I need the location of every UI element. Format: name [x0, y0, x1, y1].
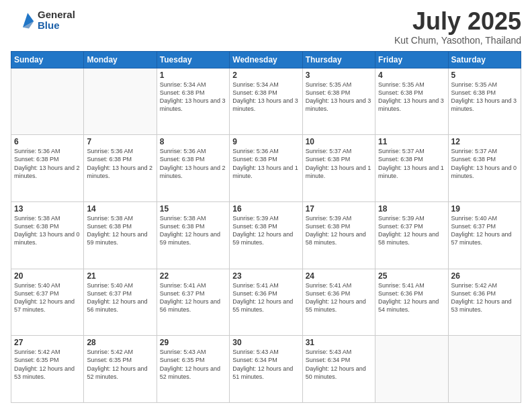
calendar-table: SundayMondayTuesdayWednesdayThursdayFrid…: [11, 51, 521, 403]
calendar-cell: 3Sunrise: 5:35 AM Sunset: 6:38 PM Daylig…: [302, 68, 375, 135]
day-info: Sunrise: 5:39 AM Sunset: 6:37 PM Dayligh…: [378, 214, 445, 247]
page: General Blue July 2025 Kut Chum, Yasotho…: [0, 0, 532, 411]
calendar-cell: 9Sunrise: 5:36 AM Sunset: 6:38 PM Daylig…: [230, 135, 302, 202]
day-number: 13: [14, 204, 81, 214]
calendar-week-2: 6Sunrise: 5:36 AM Sunset: 6:38 PM Daylig…: [11, 135, 521, 202]
day-info: Sunrise: 5:42 AM Sunset: 6:36 PM Dayligh…: [451, 281, 518, 314]
day-info: Sunrise: 5:41 AM Sunset: 6:36 PM Dayligh…: [378, 281, 445, 314]
day-info: Sunrise: 5:35 AM Sunset: 6:38 PM Dayligh…: [306, 81, 372, 113]
calendar-cell: 15Sunrise: 5:38 AM Sunset: 6:38 PM Dayli…: [157, 201, 229, 269]
day-number: 21: [87, 271, 153, 281]
calendar-header-row: SundayMondayTuesdayWednesdayThursdayFrid…: [11, 51, 521, 68]
calendar-cell: 13Sunrise: 5:38 AM Sunset: 6:38 PM Dayli…: [11, 201, 84, 269]
day-info: Sunrise: 5:38 AM Sunset: 6:38 PM Dayligh…: [14, 214, 81, 247]
calendar-cell: 8Sunrise: 5:36 AM Sunset: 6:38 PM Daylig…: [157, 135, 229, 202]
day-info: Sunrise: 5:36 AM Sunset: 6:38 PM Dayligh…: [14, 147, 81, 180]
day-info: Sunrise: 5:36 AM Sunset: 6:38 PM Dayligh…: [232, 147, 299, 180]
day-number: 14: [87, 204, 153, 214]
day-number: 25: [378, 271, 445, 281]
day-number: 4: [378, 71, 445, 80]
day-info: Sunrise: 5:43 AM Sunset: 6:35 PM Dayligh…: [160, 348, 226, 381]
day-number: 5: [451, 71, 518, 80]
calendar-cell: 12Sunrise: 5:37 AM Sunset: 6:38 PM Dayli…: [448, 135, 521, 202]
day-number: 9: [232, 137, 299, 146]
day-number: 19: [451, 204, 518, 214]
day-number: 6: [14, 137, 81, 146]
calendar-cell: 18Sunrise: 5:39 AM Sunset: 6:37 PM Dayli…: [375, 201, 448, 269]
day-info: Sunrise: 5:38 AM Sunset: 6:38 PM Dayligh…: [87, 214, 153, 247]
day-number: 7: [87, 137, 153, 146]
day-number: 12: [451, 137, 518, 146]
calendar-cell: 1Sunrise: 5:34 AM Sunset: 6:38 PM Daylig…: [157, 68, 229, 135]
subtitle: Kut Chum, Yasothon, Thailand: [394, 35, 521, 46]
calendar-week-1: 1Sunrise: 5:34 AM Sunset: 6:38 PM Daylig…: [11, 68, 521, 135]
day-number: 30: [232, 338, 299, 347]
day-number: 23: [232, 271, 299, 281]
day-number: 2: [232, 71, 299, 80]
calendar-header-thursday: Thursday: [302, 51, 375, 68]
day-number: 20: [14, 271, 81, 281]
logo-general: General: [38, 9, 75, 21]
calendar-cell: 11Sunrise: 5:37 AM Sunset: 6:38 PM Dayli…: [375, 135, 448, 202]
calendar-header-monday: Monday: [84, 51, 157, 68]
calendar-cell: [375, 336, 448, 403]
day-number: 31: [306, 338, 372, 347]
day-number: 3: [306, 71, 372, 80]
calendar-cell: 2Sunrise: 5:34 AM Sunset: 6:38 PM Daylig…: [230, 68, 302, 135]
day-info: Sunrise: 5:34 AM Sunset: 6:38 PM Dayligh…: [232, 81, 299, 113]
day-number: 16: [232, 204, 299, 214]
calendar-header-friday: Friday: [375, 51, 448, 68]
logo: General Blue: [11, 8, 75, 32]
day-info: Sunrise: 5:38 AM Sunset: 6:38 PM Dayligh…: [160, 214, 226, 247]
calendar-week-3: 13Sunrise: 5:38 AM Sunset: 6:38 PM Dayli…: [11, 201, 521, 269]
day-info: Sunrise: 5:40 AM Sunset: 6:37 PM Dayligh…: [451, 214, 518, 247]
main-title: July 2025: [394, 8, 521, 35]
day-number: 11: [378, 137, 445, 146]
day-number: 15: [160, 204, 226, 214]
day-number: 18: [378, 204, 445, 214]
calendar-cell: 10Sunrise: 5:37 AM Sunset: 6:38 PM Dayli…: [302, 135, 375, 202]
day-number: 29: [160, 338, 226, 347]
calendar-cell: 16Sunrise: 5:39 AM Sunset: 6:38 PM Dayli…: [230, 201, 302, 269]
day-info: Sunrise: 5:35 AM Sunset: 6:38 PM Dayligh…: [378, 81, 445, 113]
title-block: July 2025 Kut Chum, Yasothon, Thailand: [394, 8, 521, 46]
day-info: Sunrise: 5:43 AM Sunset: 6:34 PM Dayligh…: [232, 348, 299, 381]
calendar-cell: 31Sunrise: 5:43 AM Sunset: 6:34 PM Dayli…: [302, 336, 375, 403]
day-info: Sunrise: 5:41 AM Sunset: 6:36 PM Dayligh…: [232, 281, 299, 314]
day-info: Sunrise: 5:37 AM Sunset: 6:38 PM Dayligh…: [451, 147, 518, 180]
day-info: Sunrise: 5:39 AM Sunset: 6:38 PM Dayligh…: [232, 214, 299, 247]
calendar-cell: 14Sunrise: 5:38 AM Sunset: 6:38 PM Dayli…: [84, 201, 157, 269]
calendar-header-tuesday: Tuesday: [157, 51, 229, 68]
day-info: Sunrise: 5:34 AM Sunset: 6:38 PM Dayligh…: [160, 81, 226, 113]
day-info: Sunrise: 5:37 AM Sunset: 6:38 PM Dayligh…: [306, 147, 372, 180]
logo-blue: Blue: [38, 20, 75, 32]
day-number: 28: [87, 338, 153, 347]
calendar-week-4: 20Sunrise: 5:40 AM Sunset: 6:37 PM Dayli…: [11, 269, 521, 336]
calendar-cell: 27Sunrise: 5:42 AM Sunset: 6:35 PM Dayli…: [11, 336, 84, 403]
day-number: 17: [306, 204, 372, 214]
day-info: Sunrise: 5:43 AM Sunset: 6:34 PM Dayligh…: [306, 348, 372, 381]
day-number: 26: [451, 271, 518, 281]
day-info: Sunrise: 5:40 AM Sunset: 6:37 PM Dayligh…: [14, 281, 81, 314]
day-number: 24: [306, 271, 372, 281]
day-info: Sunrise: 5:41 AM Sunset: 6:37 PM Dayligh…: [160, 281, 226, 314]
day-info: Sunrise: 5:36 AM Sunset: 6:38 PM Dayligh…: [160, 147, 226, 180]
calendar-cell: [448, 336, 521, 403]
calendar-cell: 23Sunrise: 5:41 AM Sunset: 6:36 PM Dayli…: [230, 269, 302, 336]
day-number: 8: [160, 137, 226, 146]
calendar-cell: 30Sunrise: 5:43 AM Sunset: 6:34 PM Dayli…: [230, 336, 302, 403]
calendar-cell: 6Sunrise: 5:36 AM Sunset: 6:38 PM Daylig…: [11, 135, 84, 202]
calendar-cell: 7Sunrise: 5:36 AM Sunset: 6:38 PM Daylig…: [84, 135, 157, 202]
calendar-cell: 22Sunrise: 5:41 AM Sunset: 6:37 PM Dayli…: [157, 269, 229, 336]
calendar-cell: 28Sunrise: 5:42 AM Sunset: 6:35 PM Dayli…: [84, 336, 157, 403]
calendar-cell: 17Sunrise: 5:39 AM Sunset: 6:38 PM Dayli…: [302, 201, 375, 269]
day-info: Sunrise: 5:42 AM Sunset: 6:35 PM Dayligh…: [87, 348, 153, 381]
day-info: Sunrise: 5:39 AM Sunset: 6:38 PM Dayligh…: [306, 214, 372, 247]
calendar-cell: 24Sunrise: 5:41 AM Sunset: 6:36 PM Dayli…: [302, 269, 375, 336]
day-info: Sunrise: 5:42 AM Sunset: 6:35 PM Dayligh…: [14, 348, 81, 381]
logo-icon: [11, 8, 35, 32]
calendar-cell: 4Sunrise: 5:35 AM Sunset: 6:38 PM Daylig…: [375, 68, 448, 135]
day-info: Sunrise: 5:37 AM Sunset: 6:38 PM Dayligh…: [378, 147, 445, 180]
calendar-cell: 29Sunrise: 5:43 AM Sunset: 6:35 PM Dayli…: [157, 336, 229, 403]
day-info: Sunrise: 5:40 AM Sunset: 6:37 PM Dayligh…: [87, 281, 153, 314]
